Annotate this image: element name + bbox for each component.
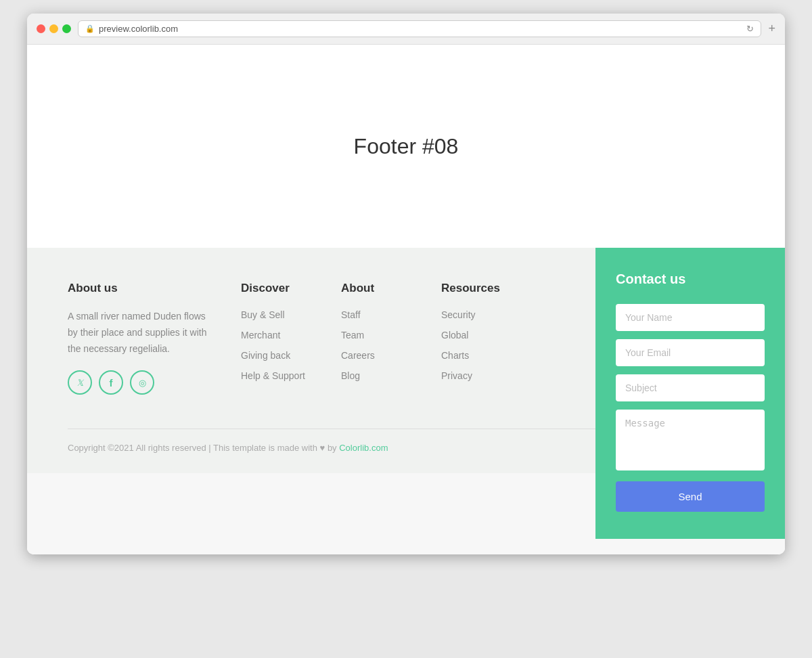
about-heading: About us bbox=[68, 282, 214, 295]
discover-heading: Discover bbox=[241, 282, 314, 295]
address-bar[interactable]: 🔒 preview.colorlib.com ↻ bbox=[78, 20, 761, 37]
twitter-social-icon[interactable]: 𝕏 bbox=[68, 370, 92, 395]
dot-yellow[interactable] bbox=[49, 24, 58, 33]
about-description: A small river named Duden flows by their… bbox=[68, 309, 214, 357]
dot-green[interactable] bbox=[62, 24, 71, 33]
footer-about-nav-col: About Staff Team Careers Blog bbox=[341, 282, 414, 395]
nav-link-staff[interactable]: Staff bbox=[341, 309, 361, 320]
about-nav-heading: About bbox=[341, 282, 414, 295]
nav-link-charts[interactable]: Charts bbox=[441, 350, 469, 361]
email-input[interactable] bbox=[616, 339, 765, 366]
footer-about-col: About us A small river named Duden flows… bbox=[68, 282, 214, 395]
resources-heading: Resources bbox=[441, 282, 514, 295]
add-tab-button[interactable]: + bbox=[768, 22, 775, 36]
hero-section: Footer #08 bbox=[27, 45, 785, 248]
social-icons-group: 𝕏 f ◎ bbox=[68, 370, 214, 395]
nav-link-merchant[interactable]: Merchant bbox=[241, 330, 280, 341]
send-button[interactable]: Send bbox=[616, 481, 765, 512]
nav-link-giving-back[interactable]: Giving back bbox=[241, 350, 290, 361]
reload-icon[interactable]: ↻ bbox=[746, 24, 754, 34]
url-text: preview.colorlib.com bbox=[99, 24, 178, 34]
contact-panel: Contact us Send bbox=[595, 248, 785, 539]
copyright-text: Copyright ©2021 All rights reserved | Th… bbox=[68, 443, 339, 453]
browser-dots bbox=[37, 24, 71, 33]
page-content: Footer #08 About us A small river named … bbox=[27, 45, 785, 554]
browser-chrome: 🔒 preview.colorlib.com ↻ + bbox=[27, 14, 785, 45]
browser-window: 🔒 preview.colorlib.com ↻ + Footer #08 Ab… bbox=[27, 14, 785, 554]
nav-link-help-support[interactable]: Help & Support bbox=[241, 370, 305, 381]
page-title: Footer #08 bbox=[354, 134, 459, 159]
dot-red[interactable] bbox=[37, 24, 45, 33]
instagram-icon: ◎ bbox=[139, 378, 146, 388]
nav-link-global[interactable]: Global bbox=[441, 330, 468, 341]
lock-icon: 🔒 bbox=[85, 24, 95, 33]
nav-link-blog[interactable]: Blog bbox=[341, 370, 360, 381]
colorlib-link[interactable]: Colorlib.com bbox=[339, 443, 388, 453]
message-textarea[interactable] bbox=[616, 410, 765, 470]
twitter-icon: 𝕏 bbox=[76, 378, 83, 388]
nav-link-privacy[interactable]: Privacy bbox=[441, 370, 472, 381]
facebook-social-icon[interactable]: f bbox=[99, 370, 123, 395]
nav-link-security[interactable]: Security bbox=[441, 309, 476, 320]
name-input[interactable] bbox=[616, 304, 765, 331]
nav-link-buy-sell[interactable]: Buy & Sell bbox=[241, 309, 285, 320]
footer-resources-col: Resources Security Global Charts Privacy bbox=[441, 282, 514, 395]
subject-input[interactable] bbox=[616, 374, 765, 401]
nav-link-team[interactable]: Team bbox=[341, 330, 364, 341]
nav-link-careers[interactable]: Careers bbox=[341, 350, 375, 361]
footer-discover-col: Discover Buy & Sell Merchant Giving back… bbox=[241, 282, 314, 395]
contact-heading: Contact us bbox=[616, 271, 765, 287]
instagram-social-icon[interactable]: ◎ bbox=[130, 370, 154, 395]
facebook-icon: f bbox=[110, 377, 113, 389]
contact-form: Send bbox=[616, 304, 765, 512]
footer-section: About us A small river named Duden flows… bbox=[27, 248, 785, 473]
